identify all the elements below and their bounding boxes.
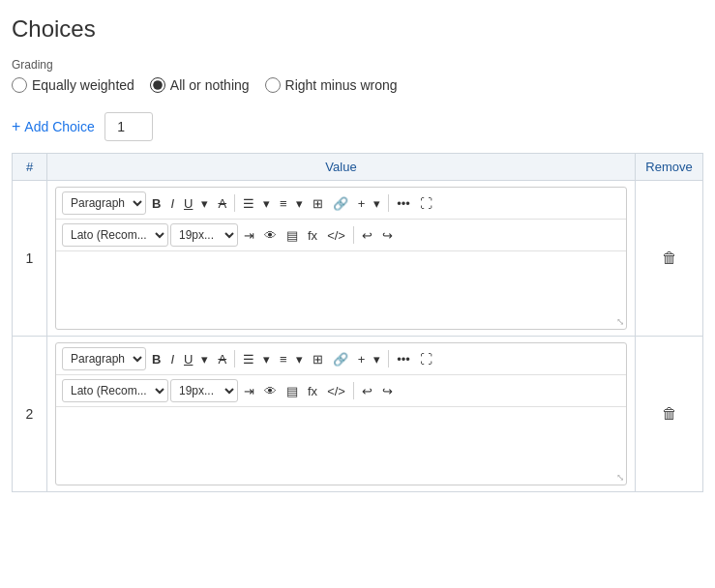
indent-button[interactable]: ⇥ — [240, 226, 258, 245]
radio-equally-weighted[interactable]: Equally weighted — [12, 77, 134, 93]
list-button[interactable]: ≡ — [276, 194, 291, 213]
radio-all-or-nothing[interactable]: All or nothing — [150, 77, 250, 93]
underline-chevron[interactable]: ▾ — [197, 350, 212, 368]
fullscreen-button[interactable]: ⛶ — [416, 194, 436, 213]
align-button[interactable]: ☰ — [239, 194, 258, 213]
font-select[interactable]: Lato (Recom... — [62, 223, 168, 247]
choice-count-input[interactable] — [104, 112, 153, 141]
th-hash: # — [13, 154, 47, 181]
choice-number: 2 — [13, 337, 47, 492]
underline-dropdown[interactable]: U ▾ — [180, 194, 212, 213]
more-button[interactable]: ••• — [393, 350, 414, 368]
table2-button[interactable]: ▤ — [283, 226, 302, 245]
code-button[interactable]: </> — [323, 226, 349, 245]
bold-button[interactable]: B — [148, 350, 164, 368]
delete-button[interactable]: 🗑 — [658, 401, 681, 426]
list-chevron[interactable]: ▾ — [292, 194, 307, 213]
redo-button[interactable]: ↪ — [378, 226, 397, 245]
table-row: 1 Paragraph B I U ▾ A ☰ ▾ ≡ ▾ ⊞ 🔗 + ▾ ••… — [13, 181, 703, 337]
fullscreen-button[interactable]: ⛶ — [416, 350, 436, 368]
resize-handle: ⤡ — [616, 472, 624, 483]
strikethrough-dropdown[interactable]: A — [214, 350, 230, 368]
underline-button[interactable]: U — [180, 350, 196, 368]
paragraph-select[interactable]: Paragraph — [62, 347, 146, 370]
table-button[interactable]: ⊞ — [309, 350, 327, 368]
code-button[interactable]: </> — [323, 382, 349, 400]
add-choice-row: + Add Choice — [12, 112, 703, 141]
resize-handle: ⤡ — [616, 316, 624, 327]
sep2 — [388, 350, 389, 368]
grading-label: Grading — [12, 58, 703, 72]
remove-cell: 🗑 — [636, 337, 703, 492]
undo-button[interactable]: ↩ — [358, 226, 376, 245]
more-button[interactable]: ••• — [393, 194, 414, 213]
insert-button[interactable]: + — [354, 350, 370, 368]
page-title: Choices — [12, 15, 703, 43]
color-button[interactable]: 👁 — [260, 382, 281, 400]
sep1 — [234, 350, 235, 368]
italic-button[interactable]: I — [166, 350, 178, 368]
align-dropdown[interactable]: ☰ ▾ — [239, 350, 274, 368]
editor-toolbar-1: Paragraph B I U ▾ A ☰ ▾ ≡ ▾ ⊞ 🔗 + ▾ ••• … — [56, 188, 626, 220]
list-chevron[interactable]: ▾ — [292, 350, 307, 368]
list-button[interactable]: ≡ — [276, 350, 291, 368]
paragraph-select[interactable]: Paragraph — [62, 191, 146, 215]
insert-dropdown[interactable]: + ▾ — [354, 194, 385, 213]
editor-toolbar-2: Lato (Recom... 19px... ⇥ 👁 ▤ fx </> ↩ ↪ — [56, 375, 626, 407]
table-header-row: # Value Remove — [13, 154, 703, 181]
insert-chevron[interactable]: ▾ — [370, 194, 384, 213]
grading-options: Equally weighted All or nothing Right mi… — [12, 77, 703, 93]
sep3 — [353, 382, 354, 399]
link-button[interactable]: 🔗 — [329, 194, 352, 213]
strikethrough-button[interactable]: A — [214, 194, 230, 213]
italic-button[interactable]: I — [166, 194, 178, 213]
strikethrough-button[interactable]: A — [214, 350, 230, 368]
editor-container: Paragraph B I U ▾ A ☰ ▾ ≡ ▾ ⊞ 🔗 + ▾ ••• … — [55, 187, 627, 330]
bold-button[interactable]: B — [148, 194, 164, 213]
editor-toolbar-1: Paragraph B I U ▾ A ☰ ▾ ≡ ▾ ⊞ 🔗 + ▾ ••• … — [56, 343, 626, 375]
delete-button[interactable]: 🗑 — [658, 246, 681, 271]
table2-button[interactable]: ▤ — [283, 382, 302, 400]
table-row: 2 Paragraph B I U ▾ A ☰ ▾ ≡ ▾ ⊞ 🔗 + ▾ ••… — [13, 337, 703, 492]
insert-chevron[interactable]: ▾ — [370, 350, 384, 368]
editor-container: Paragraph B I U ▾ A ☰ ▾ ≡ ▾ ⊞ 🔗 + ▾ ••• … — [55, 342, 627, 485]
sep3 — [353, 226, 354, 244]
editor-body[interactable]: ⤡ — [56, 407, 626, 485]
underline-chevron[interactable]: ▾ — [197, 194, 212, 213]
align-chevron[interactable]: ▾ — [259, 350, 274, 368]
radio-right-minus-wrong[interactable]: Right minus wrong — [265, 77, 398, 93]
insert-button[interactable]: + — [354, 194, 370, 213]
editor-body[interactable]: ⤡ — [56, 251, 626, 329]
underline-dropdown[interactable]: U ▾ — [180, 350, 212, 368]
formula-button[interactable]: fx — [304, 226, 321, 245]
link-button[interactable]: 🔗 — [329, 350, 352, 368]
align-chevron[interactable]: ▾ — [259, 194, 274, 213]
choice-editor-cell: Paragraph B I U ▾ A ☰ ▾ ≡ ▾ ⊞ 🔗 + ▾ ••• … — [47, 337, 636, 492]
formula-button[interactable]: fx — [304, 382, 321, 400]
strikethrough-dropdown[interactable]: A — [214, 194, 230, 213]
list-dropdown[interactable]: ≡ ▾ — [276, 194, 307, 213]
align-dropdown[interactable]: ☰ ▾ — [239, 194, 274, 213]
choice-number: 1 — [13, 181, 47, 337]
list-dropdown[interactable]: ≡ ▾ — [276, 350, 307, 368]
all-or-nothing-label: All or nothing — [170, 77, 250, 93]
undo-button[interactable]: ↩ — [358, 382, 376, 400]
page-container: Choices Grading Equally weighted All or … — [0, 0, 715, 504]
redo-button[interactable]: ↪ — [378, 382, 397, 400]
size-select[interactable]: 19px... — [170, 223, 238, 247]
indent-button[interactable]: ⇥ — [240, 382, 258, 400]
right-minus-wrong-label: Right minus wrong — [285, 77, 398, 93]
align-button[interactable]: ☰ — [239, 350, 258, 368]
font-select[interactable]: Lato (Recom... — [62, 379, 168, 402]
add-choice-label: Add Choice — [24, 119, 94, 134]
choice-editor-cell: Paragraph B I U ▾ A ☰ ▾ ≡ ▾ ⊞ 🔗 + ▾ ••• … — [47, 181, 636, 337]
th-remove: Remove — [636, 154, 703, 181]
add-choice-button[interactable]: + Add Choice — [12, 118, 95, 135]
table-button[interactable]: ⊞ — [309, 194, 327, 213]
underline-button[interactable]: U — [180, 194, 196, 213]
size-select[interactable]: 19px... — [170, 379, 238, 402]
sep1 — [234, 194, 235, 212]
th-value: Value — [47, 154, 636, 181]
insert-dropdown[interactable]: + ▾ — [354, 350, 385, 368]
color-button[interactable]: 👁 — [260, 226, 281, 245]
